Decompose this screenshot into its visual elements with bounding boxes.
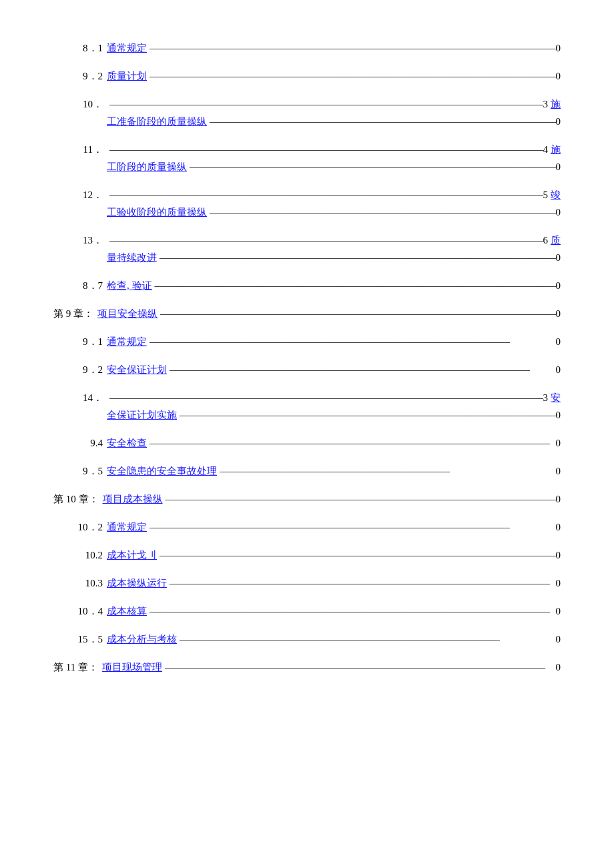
toc-dots: ————————————————————————————————————————… bbox=[158, 306, 556, 322]
toc-page: 0 bbox=[556, 435, 561, 451]
toc-dots: ———————————————————————————————————————— bbox=[147, 603, 556, 619]
toc-link-line2[interactable]: 工阶段的质量操纵 bbox=[107, 159, 187, 175]
toc-page-line1: 3 bbox=[543, 390, 549, 406]
toc-number: 12． bbox=[53, 187, 107, 203]
toc-number: 第 9 章： bbox=[53, 306, 97, 322]
toc-entry-block-entry-10: 10．—————————————————————————————————————… bbox=[53, 96, 561, 129]
toc-page: 0 bbox=[556, 631, 561, 647]
toc-link[interactable]: 成本分析与考核 bbox=[107, 631, 177, 647]
toc-page: 0 bbox=[556, 463, 561, 479]
toc-dots: ————————————————————————————————————————… bbox=[157, 547, 556, 563]
toc-container: 8．1通常规定—————————————————————————————————… bbox=[53, 40, 561, 675]
toc-entry-block-entry-10-2b: 10.2成本计戈刂———————————————————————————————… bbox=[53, 547, 561, 563]
toc-page: 0 bbox=[556, 575, 561, 591]
toc-page-line1: 5 bbox=[543, 187, 549, 203]
toc-entry-block-entry-15-5: 15．5成本分析与考核—————————————————————————————… bbox=[53, 631, 561, 647]
toc-page-line2: 0 bbox=[556, 204, 561, 220]
toc-dots: ——————————————————————— bbox=[217, 463, 556, 479]
toc-dots-line2: ————————————————————————————————————————… bbox=[177, 407, 556, 423]
toc-overflow-char: 竣 bbox=[551, 187, 561, 203]
toc-dots-line1: ————————————————————————————————————————… bbox=[107, 187, 543, 203]
toc-link[interactable]: 项目现场管理 bbox=[102, 659, 162, 675]
toc-number: 13． bbox=[53, 232, 107, 248]
toc-entry-block-entry-14: 14．—————————————————————————————————————… bbox=[53, 390, 561, 423]
toc-number: 9．5 bbox=[53, 463, 107, 479]
toc-page-line1: 3 bbox=[543, 96, 549, 112]
toc-page: 0 bbox=[556, 278, 561, 294]
toc-entry-block-entry-8-1: 8．1通常规定—————————————————————————————————… bbox=[53, 40, 561, 56]
toc-page-line1: 6 bbox=[543, 232, 549, 248]
toc-link[interactable]: 通常规定 bbox=[107, 334, 147, 350]
toc-link[interactable]: 安全隐患的安全事故处理 bbox=[107, 463, 217, 479]
toc-number: 第 11 章： bbox=[53, 659, 102, 675]
toc-number: 10．4 bbox=[53, 603, 107, 619]
toc-number: 10． bbox=[53, 96, 107, 112]
toc-link-line2[interactable]: 工验收阶段的质量操纵 bbox=[107, 204, 207, 220]
toc-number: 11． bbox=[53, 141, 107, 157]
toc-number: 9.4 bbox=[53, 435, 107, 451]
toc-number: 14． bbox=[53, 390, 107, 406]
toc-number: 8．1 bbox=[53, 40, 107, 56]
toc-link[interactable]: 通常规定 bbox=[107, 519, 147, 535]
toc-entry-block-entry-ch10: 第 10 章：项目成本操纵———————————————————————————… bbox=[53, 491, 561, 507]
toc-link[interactable]: 成本操纵运行 bbox=[107, 575, 167, 591]
toc-entry-block-entry-9-1: 9．1通常规定—————————————————————————————————… bbox=[53, 334, 561, 350]
toc-link[interactable]: 安全检查 bbox=[107, 435, 147, 451]
toc-link[interactable]: 检查, 验证 bbox=[107, 278, 152, 294]
toc-page: 0 bbox=[556, 491, 561, 507]
toc-number: 8．7 bbox=[53, 278, 107, 294]
toc-dots: ————————————————————————————————————————… bbox=[147, 40, 556, 56]
toc-dots-line1: ————————————————————————————————————————… bbox=[107, 141, 543, 157]
toc-number: 9．2 bbox=[53, 68, 107, 84]
toc-dots-line1: ————————————————————————————————————————… bbox=[107, 232, 543, 248]
toc-dots: ————————————————————————————————————————… bbox=[147, 68, 556, 84]
toc-page: 0 bbox=[556, 334, 561, 350]
toc-link[interactable]: 项目成本操纵 bbox=[103, 491, 163, 507]
toc-number: 9．1 bbox=[53, 334, 107, 350]
toc-page-line2: 0 bbox=[556, 407, 561, 423]
toc-page: 0 bbox=[556, 659, 561, 675]
toc-dots: ————————————————————————————————————————… bbox=[152, 278, 556, 294]
toc-entry-block-entry-9-2b: 9．2安全保证计划———————————————————————————————… bbox=[53, 362, 561, 378]
toc-entry-block-entry-13: 13．—————————————————————————————————————… bbox=[53, 232, 561, 266]
toc-entry-block-entry-11: 11．—————————————————————————————————————… bbox=[53, 141, 561, 175]
toc-dots-line1: ————————————————————————————————————————… bbox=[107, 96, 543, 112]
toc-page-line2: 0 bbox=[556, 159, 561, 175]
toc-entry-block-entry-10-4: 10．4成本核算————————————————————————————————… bbox=[53, 603, 561, 619]
toc-dots: ———————————————————————————————————— bbox=[147, 334, 556, 350]
toc-page-line2: 0 bbox=[556, 250, 561, 266]
toc-dots-line2: ————————————————————————————————————————… bbox=[157, 250, 556, 266]
toc-number: 15．5 bbox=[53, 631, 107, 647]
toc-link-line2[interactable]: 全保证计划实施 bbox=[107, 407, 177, 423]
toc-link[interactable]: 通常规定 bbox=[107, 40, 147, 56]
toc-link[interactable]: 安全保证计划 bbox=[107, 362, 167, 378]
toc-link[interactable]: 成本计戈刂 bbox=[107, 547, 157, 563]
toc-entry-block-entry-9-5: 9．5安全隐患的安全事故处理———————————————————————0 bbox=[53, 463, 561, 479]
toc-entry-block-entry-9-2: 9．2质量计划—————————————————————————————————… bbox=[53, 68, 561, 84]
toc-entry-block-entry-9-4: 9.4安全检查—————————————————————————————————… bbox=[53, 435, 561, 451]
toc-entry-block-entry-8-7: 8．7检查, 验证———————————————————————————————… bbox=[53, 278, 561, 294]
toc-dots-line2: ————————————————————————————————————————… bbox=[207, 204, 556, 220]
toc-link-line2[interactable]: 工准备阶段的质量操纵 bbox=[107, 113, 207, 129]
toc-page: 0 bbox=[556, 68, 561, 84]
toc-dots-line2: ————————————————————————————————————————… bbox=[187, 159, 556, 175]
toc-number: 10．2 bbox=[53, 519, 107, 535]
toc-link[interactable]: 成本核算 bbox=[107, 603, 147, 619]
toc-dots: ———————————————————————————————————————— bbox=[147, 435, 556, 451]
toc-overflow-char: 施 bbox=[551, 96, 561, 112]
toc-page: 0 bbox=[556, 519, 561, 535]
toc-dots: —————————————————————————————————————— bbox=[167, 575, 556, 591]
toc-overflow-char: 质 bbox=[551, 232, 561, 248]
toc-dots: ———————————————————————————————————— bbox=[147, 519, 556, 535]
toc-page-line2: 0 bbox=[556, 113, 561, 129]
toc-link[interactable]: 质量计划 bbox=[107, 68, 147, 84]
toc-page-line1: 4 bbox=[543, 141, 549, 157]
toc-link-line2[interactable]: 量持续改进 bbox=[107, 250, 157, 266]
toc-dots-line1: ————————————————————————————————————————… bbox=[107, 390, 543, 406]
toc-page: 0 bbox=[556, 362, 561, 378]
toc-page: 0 bbox=[556, 603, 561, 619]
toc-number: 10.2 bbox=[53, 547, 107, 563]
toc-dots: ———————————————————————————————————— bbox=[167, 362, 556, 378]
toc-entry-block-entry-10-2: 10．2通常规定————————————————————————————————… bbox=[53, 519, 561, 535]
toc-link[interactable]: 项目安全操纵 bbox=[97, 306, 158, 322]
